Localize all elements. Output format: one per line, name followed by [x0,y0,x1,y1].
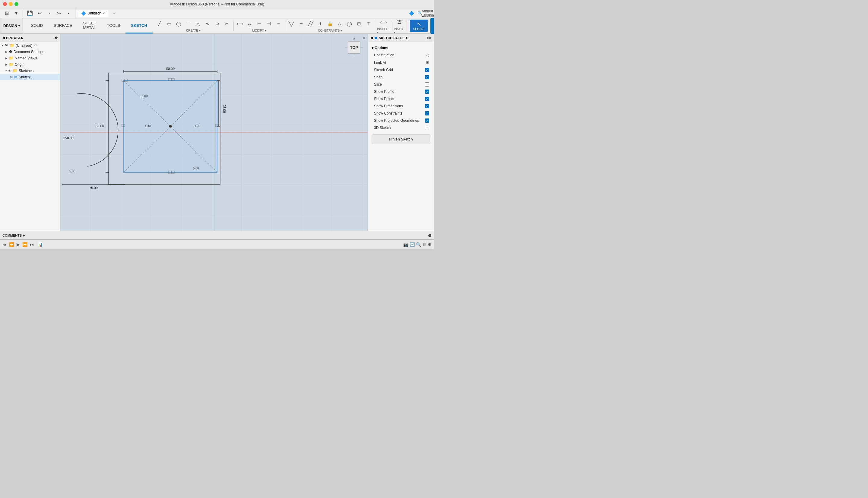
save-icon[interactable]: 💾 [26,9,34,17]
zoom-icon[interactable]: 🔍 [416,242,421,247]
lookat-icon[interactable]: ⊞ [426,60,429,65]
sketch1-eye-icon[interactable]: 👁 [10,75,13,79]
palette-row-dimensions[interactable]: Show Dimensions ✓ [368,103,434,110]
dimensions-checkbox[interactable]: ✓ [425,104,429,108]
palette-row-slice[interactable]: Slice [368,81,434,88]
construction-icon[interactable]: ◁ [426,53,429,57]
skip-end-icon[interactable]: ⏭ [30,242,34,247]
root-refresh-icon[interactable]: ↺ [34,43,37,47]
insert-tool[interactable]: 🖼 [395,18,404,27]
circle-tool[interactable]: ◯ [174,19,183,28]
browser-back-icon[interactable]: ◀ [2,36,5,40]
finish-sketch-palette-button[interactable]: Finish Sketch [372,134,430,144]
3dsketch-checkbox[interactable] [425,126,429,130]
palette-row-points[interactable]: Show Points ✓ [368,95,434,103]
midpoint-tool[interactable]: ⊞ [354,19,363,28]
maximize-button[interactable] [14,2,18,6]
break-tool[interactable]: ≡ [274,19,283,28]
tab-surface[interactable]: SURFACE [48,18,78,34]
palette-row-profile[interactable]: Show Profile ✓ [368,88,434,95]
palette-row-grid[interactable]: Sketch Grid ✓ [368,66,434,74]
orbit-icon[interactable]: 🔄 [410,242,415,247]
minimize-button[interactable] [9,2,13,6]
coincident-tool[interactable]: ╲╱ [287,19,296,28]
redo-dropdown-icon[interactable]: ▾ [64,9,73,17]
palette-options-section[interactable]: ▾ Options [368,44,434,51]
sketches-eye-icon[interactable]: 👁 [8,69,11,73]
settings-icon[interactable]: ⚙ [428,242,431,247]
palette-row-construction[interactable]: Construction ◁ [368,51,434,59]
fusion-icon[interactable]: 🔷 [408,10,415,16]
palette-row-3dsketch[interactable]: 3D Sketch [368,124,434,131]
new-tab-icon[interactable]: ＋ [111,10,117,16]
undo-icon[interactable]: ↩ [35,9,44,17]
browser-doc-settings[interactable]: ▶ ⚙ Document Settings [0,49,60,55]
undo-dropdown-icon[interactable]: ▾ [45,9,53,17]
poly-tool[interactable]: △ [194,19,203,28]
comments-expand-icon[interactable]: ▶ [23,234,25,237]
canvas-close-icon[interactable]: ✕ [362,36,366,40]
collinear-tool[interactable]: ━ [297,19,306,28]
timeline-icon[interactable]: 📊 [38,242,43,247]
redo-icon[interactable]: ↪ [55,9,63,17]
browser-root-item[interactable]: ▾ 👁 📁 (Unsaved) ↺ [0,42,60,49]
play-icon[interactable]: ▶ [16,242,20,247]
close-button[interactable] [3,2,7,6]
tab-sketch[interactable]: SKETCH [126,18,152,34]
trim-tool[interactable]: ⊢ [255,19,264,28]
profile-checkbox[interactable]: ✓ [425,90,429,94]
arc-tool[interactable]: ⌒ [184,19,193,28]
palette-expand-icon[interactable]: ▶▶ [427,36,431,40]
browser-sketch1[interactable]: 👁 ✏ Sketch1 [0,74,60,80]
slice-checkbox[interactable] [425,82,429,87]
smooth-tool[interactable]: ◯ [345,19,354,28]
view-cube[interactable]: TOP Z [344,37,365,58]
tangent-tool[interactable]: △ [335,19,344,28]
step-forward-icon[interactable]: ⏩ [22,242,27,247]
grid-icon[interactable]: ⊞ [2,9,11,17]
points-checkbox[interactable]: ✓ [425,97,429,101]
browser-origin[interactable]: ▶ 📁 Origin [0,61,60,67]
offset-tool[interactable]: ⟻ [235,19,245,28]
tab-untitled[interactable]: 🔷 Untitled* ✕ [78,10,108,17]
tab-tools[interactable]: TOOLS [102,18,126,34]
browser-named-views[interactable]: ▶ 📁 Named Views [0,55,60,61]
inspect-tool[interactable]: ⟺ [379,18,388,27]
parallel-tool[interactable]: ╱╱ [306,19,315,28]
snap-checkbox[interactable]: ✓ [425,75,429,79]
camera-icon[interactable]: 📷 [403,242,409,247]
canvas[interactable]: 50.00 ⟵ ⟶ 25.00 75.00 50.00 5.00 5.00 1.… [60,34,368,231]
skip-start-icon[interactable]: ⏮ [2,242,7,247]
perp-tool[interactable]: ⊥ [316,19,325,28]
tab-sheetmetal[interactable]: SHEET METAL [78,18,101,34]
comments-add-icon[interactable]: ⊕ [428,233,431,238]
palette-row-snap[interactable]: Snap ✓ [368,74,434,81]
spline-tool[interactable]: ∿ [203,19,212,28]
rect-tool[interactable]: ▭ [165,19,174,28]
grid-checkbox[interactable]: ✓ [425,68,429,72]
select-button[interactable]: ↖ SELECT [410,19,428,32]
step-back-icon[interactable]: ⏪ [9,242,14,247]
conic-tool[interactable]: ⊃ [213,19,222,28]
menu-icon[interactable]: ▾ [12,9,21,17]
palette-row-constraints[interactable]: Show Constraints ✓ [368,110,434,117]
constraints-checkbox[interactable]: ✓ [425,111,429,116]
extend-tool[interactable]: ⊣ [264,19,274,28]
tab-close-icon[interactable]: ✕ [103,12,105,15]
projected-checkbox[interactable]: ✓ [425,118,429,123]
project-tool[interactable]: ╦ [245,19,254,28]
browser-sketches[interactable]: ▾ 👁 📁 Sketches [0,67,60,74]
finish-sketch-toolbar-button[interactable]: ✅ FINISH SKETCH [430,18,434,34]
equal-tool[interactable]: 🔒 [325,19,335,28]
fixed-tool[interactable]: ⊤ [364,19,373,28]
palette-row-projected[interactable]: Show Projected Geometries ✓ [368,117,434,124]
palette-collapse-icon[interactable]: ◀ [371,36,373,40]
browser-options-icon[interactable]: ⊕ [55,36,57,40]
tab-solid[interactable]: SOLID [26,18,48,34]
line-tool[interactable]: ╱ [155,19,164,28]
insert-label: INSERT ▾ [394,27,405,34]
palette-row-lookat[interactable]: Look At ⊞ [368,59,434,66]
point-tool[interactable]: ✂ [223,19,232,28]
design-button[interactable]: DESIGN ▾ [0,18,23,34]
display-icon[interactable]: 🖥 [422,242,426,247]
